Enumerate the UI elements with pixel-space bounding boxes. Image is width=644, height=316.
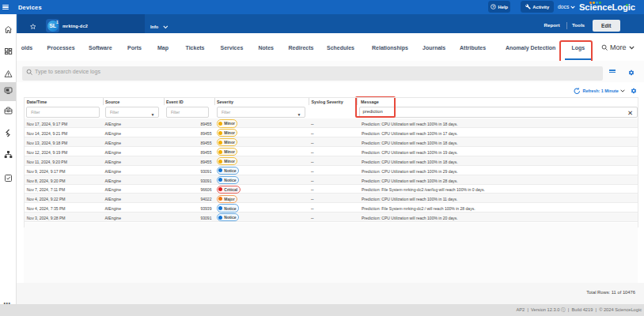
svg-text:?: ? [492, 5, 494, 9]
